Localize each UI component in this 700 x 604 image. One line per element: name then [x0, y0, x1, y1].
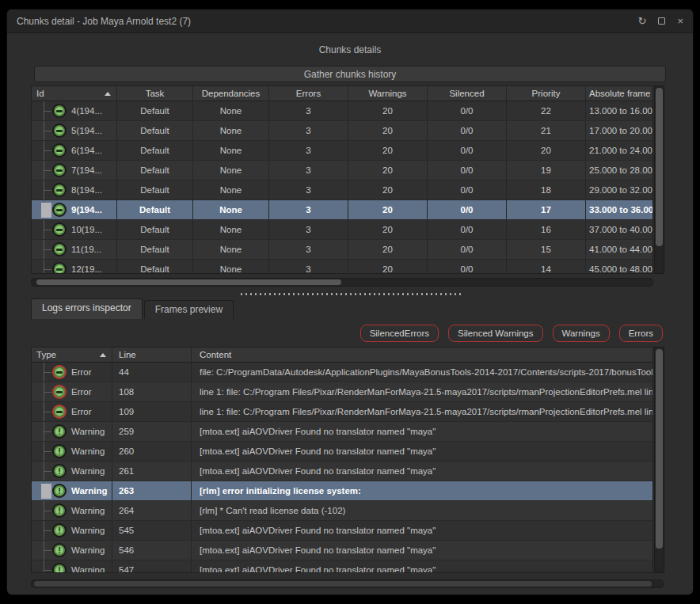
column-header-content[interactable]: Content — [192, 348, 653, 362]
column-header-line[interactable]: Line — [112, 348, 192, 362]
log-line-number: 261 — [112, 462, 192, 481]
maximize-icon[interactable] — [658, 17, 665, 25]
chunk-id: 4(194... — [71, 106, 102, 116]
errors-filter-button[interactable]: Errors — [619, 325, 663, 342]
chunks-vertical-scrollbar[interactable] — [654, 85, 664, 274]
column-header-priority[interactable]: Priority — [507, 86, 586, 101]
tree-branch-icon — [36, 220, 52, 239]
log-row[interactable]: Warning546[mtoa.ext] aiAOVDriver Found n… — [32, 541, 652, 560]
chunk-row[interactable]: 8(194...DefaultNone3200/01829.000 to 32.… — [32, 180, 652, 200]
scrollbar-thumb[interactable] — [34, 581, 652, 587]
log-type: Error — [71, 367, 92, 377]
chunk-cell: 0/0 — [428, 240, 507, 259]
chunk-id: 11(19... — [71, 245, 101, 254]
chunk-id-cell: 10(19... — [32, 220, 117, 239]
logs-vertical-scrollbar[interactable] — [654, 347, 664, 573]
log-row[interactable]: Warning260[mtoa.ext] aiAOVDriver Found n… — [32, 442, 652, 462]
tree-branch-icon — [36, 402, 52, 421]
tree-branch-icon — [36, 560, 52, 573]
log-row[interactable]: Warning545[mtoa.ext] aiAOVDriver Found n… — [32, 521, 652, 541]
scrollbar-thumb[interactable] — [656, 88, 663, 246]
chunk-cell: 3 — [269, 180, 348, 199]
column-header-dependancies[interactable]: Dependancies — [193, 86, 269, 101]
column-header-type[interactable]: Type — [32, 348, 112, 362]
close-icon[interactable]: × — [677, 16, 683, 26]
log-row[interactable]: Warning259[mtoa.ext] aiAOVDriver Found n… — [32, 422, 652, 442]
chunk-id-cell: 11(19... — [32, 240, 117, 259]
column-header-id[interactable]: Id — [32, 86, 117, 101]
log-row[interactable]: Warning264[rlm] * Can't read license dat… — [32, 501, 652, 521]
chunk-cell: None — [193, 220, 269, 239]
log-line-number: 264 — [112, 501, 192, 520]
log-type-cell: Warning — [32, 541, 112, 560]
chunk-cell: Default — [117, 121, 193, 140]
chunk-cell: 41.000 to 44.00 — [586, 240, 653, 259]
warnings-filter-button[interactable]: Warnings — [553, 325, 610, 342]
chunk-row[interactable]: 10(19...DefaultNone3200/01637.000 to 40.… — [32, 220, 652, 240]
chunk-cell: 20 — [348, 200, 428, 219]
log-row[interactable]: Error44file: C:/ProgramData/Autodesk/App… — [32, 363, 652, 382]
chunk-row[interactable]: 12(19...DefaultNone3200/01445.000 to 48.… — [32, 260, 652, 274]
chunk-cell: 29.000 to 32.00 — [586, 180, 653, 199]
log-row[interactable]: Warning547[mtoa.ext] aiAOVDriver Found n… — [32, 560, 652, 573]
splitter-handle[interactable] — [239, 292, 461, 296]
chunk-cell: 37.000 to 40.00 — [586, 220, 653, 239]
warning-icon — [54, 485, 65, 496]
tree-branch-icon — [36, 521, 52, 540]
tree-branch-icon — [36, 240, 52, 259]
log-type-cell: Warning — [32, 422, 112, 441]
log-row[interactable]: Warning263[rlm] error initializing licen… — [32, 481, 652, 501]
refresh-icon[interactable]: ↻ — [638, 16, 647, 26]
chunk-cell: 0/0 — [428, 260, 507, 274]
column-header-warnings[interactable]: Warnings — [348, 86, 428, 101]
tab-frames-preview[interactable]: Frames preview — [144, 300, 234, 319]
log-line-number: 109 — [112, 402, 192, 421]
chunks-detail-window: Chunks detail - Job Maya Arnold test2 (7… — [6, 9, 694, 595]
chunk-row[interactable]: 7(194...DefaultNone3200/01925.000 to 28.… — [32, 161, 652, 180]
silenced-errors-filter-button[interactable]: SilencedErrors — [360, 325, 439, 342]
chunk-row[interactable]: 4(194...DefaultNone3200/02213.000 to 16.… — [32, 101, 652, 121]
window-controls: ↻ × — [638, 16, 684, 26]
chunk-status-icon — [54, 105, 65, 116]
chunk-row[interactable]: 9(194...DefaultNone3200/01733.000 to 36.… — [32, 200, 652, 220]
chunk-row[interactable]: 5(194...DefaultNone3200/02117.000 to 20.… — [32, 121, 652, 141]
column-header-errors[interactable]: Errors — [269, 86, 348, 101]
chunk-cell: None — [193, 200, 269, 219]
chunk-id-cell: 12(19... — [32, 260, 117, 274]
scrollbar-thumb[interactable] — [656, 349, 663, 549]
log-type-cell: Warning — [32, 462, 112, 481]
titlebar[interactable]: Chunks detail - Job Maya Arnold test2 (7… — [7, 9, 693, 33]
column-header-label: Priority — [532, 89, 561, 98]
tab-logs-errors-inspector[interactable]: Logs errors inspector — [31, 298, 143, 319]
error-icon — [54, 386, 65, 397]
chunks-horizontal-scrollbar[interactable] — [31, 278, 653, 287]
chunk-id-cell: 4(194... — [32, 101, 117, 120]
chunk-cell: 13.000 to 16.00 — [586, 101, 653, 120]
column-header-label: Content — [200, 350, 231, 359]
chunk-cell: Default — [117, 240, 193, 259]
log-type: Warning — [71, 446, 105, 456]
scrollbar-thumb[interactable] — [36, 279, 341, 285]
chunk-cell: 3 — [269, 141, 348, 160]
gather-chunks-history-button[interactable]: Gather chunks history — [34, 66, 666, 82]
chunk-id-cell: 9(194... — [32, 200, 117, 219]
chunk-id-cell: 7(194... — [32, 161, 117, 180]
tree-branch-icon — [36, 180, 52, 199]
chunk-id: 8(194... — [71, 185, 102, 195]
column-header-task[interactable]: Task — [117, 86, 193, 101]
log-content: [mtoa.ext] aiAOVDriver Found no translat… — [192, 521, 653, 540]
chunk-cell: 33.000 to 36.00 — [586, 200, 653, 219]
log-row[interactable]: Warning261[mtoa.ext] aiAOVDriver Found n… — [32, 462, 652, 481]
log-row[interactable]: Error108line 1: file: C:/Program Files/P… — [32, 382, 652, 402]
silenced-warnings-filter-button[interactable]: Silenced Warnings — [448, 325, 542, 342]
chunk-status-icon — [54, 165, 65, 176]
column-header-silenced[interactable]: Silenced — [428, 86, 507, 101]
column-header-absolute-frame[interactable]: Absolute frame — [586, 86, 653, 101]
bottom-horizontal-scrollbar[interactable] — [31, 579, 664, 588]
column-header-label: Absolute frame — [589, 89, 650, 98]
log-content: [mtoa.ext] aiAOVDriver Found no translat… — [192, 462, 653, 481]
log-row[interactable]: Error109line 1: file: C:/Program Files/P… — [32, 402, 652, 422]
chunk-row[interactable]: 11(19...DefaultNone3200/01541.000 to 44.… — [32, 240, 652, 260]
chunk-row[interactable]: 6(194...DefaultNone3200/02021.000 to 24.… — [32, 141, 652, 161]
chunk-cell: 18 — [507, 180, 586, 199]
